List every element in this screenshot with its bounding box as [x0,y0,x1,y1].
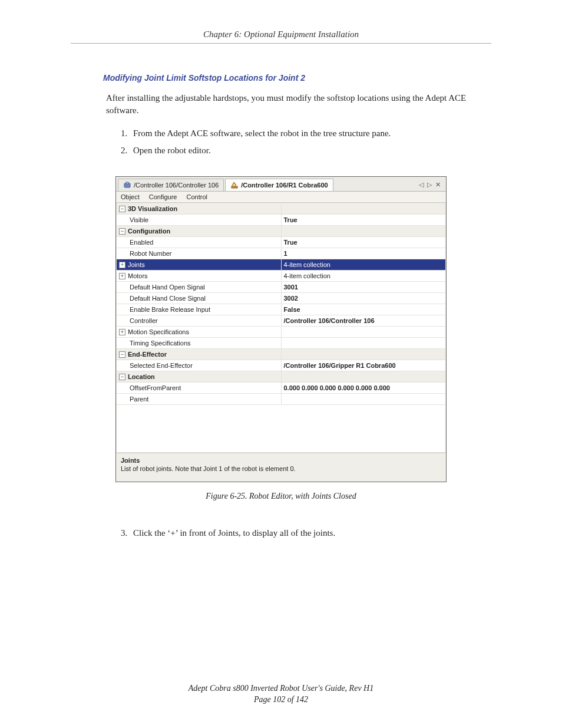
tab-controller-label: /Controller 106/Controller 106 [134,182,219,189]
property-row[interactable]: −End-Effector [117,349,446,360]
property-label: Location [128,373,155,380]
property-value[interactable]: /Controller 106/Controller 106 [281,315,446,327]
property-label: Default Hand Open Signal [130,284,205,291]
property-label: Visible [130,216,148,223]
collapse-icon[interactable]: − [119,351,125,358]
tab-prev-button[interactable]: ◁ [418,181,425,189]
property-row[interactable]: +Motion Specifications [117,327,446,338]
property-label: Robot Number [130,250,172,257]
tab-strip: /Controller 106/Controller 106 /Controll… [116,177,446,192]
tab-next-button[interactable]: ▷ [426,181,433,189]
property-row[interactable]: Enable Brake Release InputFalse [117,304,446,315]
step-1: From the Adept ACE software, select the … [130,125,491,142]
property-row[interactable]: −Location [117,371,446,383]
property-label: Enable Brake Release Input [130,306,210,313]
expand-icon[interactable]: + [119,262,125,268]
property-label: Configuration [128,228,170,235]
object-icon [123,181,131,189]
property-row[interactable]: Default Hand Open Signal3001 [117,282,446,293]
property-row[interactable]: EnabledTrue [117,237,446,248]
tab-robot-label: /Controller 106/R1 Cobra600 [241,182,328,189]
property-grid[interactable]: −3D VisualizationVisibleTrue−Configurati… [116,203,446,405]
property-value[interactable]: /Controller 106/Gripper R1 Cobra600 [281,360,446,371]
step-2: Open the robot editor. [130,142,491,159]
steps-list-part1: From the Adept ACE software, select the … [112,125,491,159]
property-row[interactable]: Robot Number1 [117,248,446,259]
page-footer: Adept Cobra s800 Inverted Robot User's G… [0,683,562,706]
svg-rect-1 [126,182,128,184]
property-row[interactable]: Selected End-Effector/Controller 106/Gri… [117,360,446,371]
property-value[interactable] [281,394,446,405]
property-label: Default Hand Close Signal [130,295,206,302]
tab-close-button[interactable]: ✕ [434,181,442,189]
menu-configure[interactable]: Configure [149,193,177,200]
property-value[interactable] [281,226,446,237]
collapse-icon[interactable]: − [119,206,125,212]
property-value[interactable]: 4-item collection [281,271,446,282]
property-value[interactable]: 3001 [281,282,446,293]
header-rule [71,43,491,44]
property-value[interactable]: 0.000 0.000 0.000 0.000 0.000 0.000 [281,383,446,394]
menu-object[interactable]: Object [121,193,140,200]
property-row[interactable]: Timing Specifications [117,338,446,349]
property-label: Joints [128,261,145,268]
property-row[interactable]: −3D Visualization [117,203,446,215]
property-value[interactable]: True [281,215,446,226]
property-value[interactable]: True [281,237,446,248]
footer-title: Adept Cobra s800 Inverted Robot User's G… [0,683,562,694]
menu-control[interactable]: Control [187,193,207,200]
description-panel: Joints List of robot joints. Note that J… [116,453,446,482]
property-value[interactable] [281,371,446,383]
property-row[interactable]: +Motors4-item collection [117,271,446,282]
property-label: OffsetFromParent [130,384,181,391]
steps-list-part2: Click the ‘+’ in front of Joints, to dis… [112,525,491,542]
menu-bar: Object Configure Control [116,192,446,203]
section-heading: Modifying Joint Limit Softstop Locations… [103,73,491,83]
property-row[interactable]: −Configuration [117,226,446,237]
collapse-icon[interactable]: − [119,374,125,380]
expand-icon[interactable]: + [119,273,125,279]
property-label: Controller [130,317,158,324]
footer-page: Page 102 of 142 [0,694,562,706]
property-row[interactable]: VisibleTrue [117,215,446,226]
property-value[interactable]: 1 [281,248,446,259]
property-value[interactable] [281,349,446,360]
property-label: Selected End-Effector [130,362,193,369]
robot-editor-window: /Controller 106/Controller 106 /Controll… [115,176,447,482]
tab-robot[interactable]: /Controller 106/R1 Cobra600 [225,179,333,191]
property-label: 3D Visualization [128,205,177,212]
robot-icon [230,181,239,189]
property-label: End-Effector [128,351,167,358]
property-row[interactable]: Parent [117,394,446,405]
property-row[interactable]: Default Hand Close Signal3002 [117,293,446,304]
property-value[interactable]: 4-item collection [281,259,446,271]
property-grid-blank [116,405,446,453]
step-3: Click the ‘+’ in front of Joints, to dis… [130,525,491,542]
expand-icon[interactable]: + [119,329,125,335]
description-title: Joints [121,457,441,464]
tab-controller[interactable]: /Controller 106/Controller 106 [118,179,224,191]
property-value[interactable] [281,203,446,215]
figure-caption: Figure 6-25. Robot Editor, with Joints C… [71,492,491,501]
property-row[interactable]: OffsetFromParent0.000 0.000 0.000 0.000 … [117,383,446,394]
property-label: Motors [128,272,148,279]
property-value[interactable] [281,327,446,338]
collapse-icon[interactable]: − [119,228,125,235]
property-label: Parent [130,396,148,403]
chapter-title: Chapter 6: Optional Equipment Installati… [71,29,491,43]
property-value[interactable] [281,338,446,349]
property-row[interactable]: Controller/Controller 106/Controller 106 [117,315,446,327]
intro-paragraph: After installing the adjustable hardstop… [106,92,491,117]
property-row[interactable]: +Joints4-item collection [117,259,446,271]
svg-rect-2 [232,186,237,188]
property-value[interactable]: False [281,304,446,315]
property-label: Enabled [130,239,153,246]
property-label: Motion Specifications [128,328,189,335]
property-label: Timing Specifications [130,340,191,347]
property-value[interactable]: 3002 [281,293,446,304]
description-text: List of robot joints. Note that Joint 1 … [121,465,441,472]
